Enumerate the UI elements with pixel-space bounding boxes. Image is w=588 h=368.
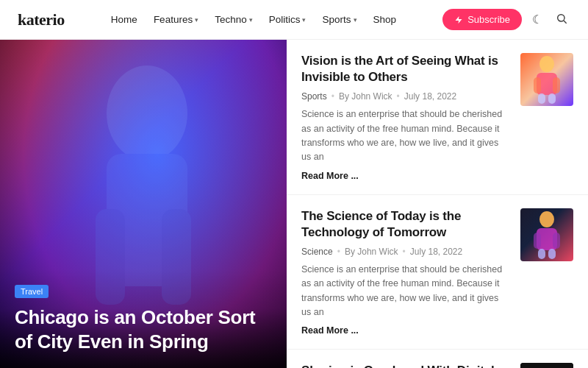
thumb-image-3 (520, 363, 573, 368)
article-thumbnail (520, 363, 573, 368)
article-title[interactable]: The Science of Today is the Technology o… (301, 208, 509, 241)
dark-mode-button[interactable]: ☾ (529, 10, 545, 29)
article-thumbnail (520, 208, 573, 261)
dot-separator: • (397, 91, 400, 102)
lightning-icon (454, 15, 463, 24)
article-category[interactable]: Science (301, 247, 333, 257)
read-more-link[interactable]: Read More ... (301, 171, 509, 181)
article-excerpt: Science is an enterprise that should be … (301, 263, 509, 320)
article-author: By John Wick (345, 247, 398, 257)
article-item: Sharing is Good, and With Digital Techno… (287, 350, 588, 368)
main-content: Travel Chicago is an October Sort of Cit… (0, 40, 588, 368)
svg-rect-8 (534, 77, 541, 93)
svg-rect-10 (538, 93, 545, 104)
dot-separator: • (331, 91, 334, 102)
chevron-down-icon: ▾ (195, 16, 198, 24)
logo[interactable]: katerio (18, 10, 65, 29)
thumb-figure-icon (525, 210, 569, 259)
chevron-down-icon: ▾ (354, 16, 357, 24)
article-content: Vision is the Art of Seeing What is Invi… (301, 53, 509, 181)
nav-actions: Subscribe ☾ (442, 9, 570, 30)
chevron-down-icon: ▾ (249, 16, 253, 24)
nav-techno[interactable]: Techno▾ (209, 11, 259, 28)
article-thumbnail (520, 53, 573, 106)
svg-rect-15 (553, 233, 560, 249)
hero-title: Chicago is an October Sort of City Even … (15, 305, 272, 353)
nav-sports[interactable]: Sports▾ (316, 11, 362, 28)
dot-separator: • (403, 247, 406, 257)
article-excerpt: Science is an enterprise that should be … (301, 107, 509, 165)
svg-point-12 (539, 211, 554, 227)
svg-rect-9 (553, 77, 560, 93)
subscribe-button[interactable]: Subscribe (442, 9, 522, 30)
article-date: July 18, 2022 (404, 91, 456, 102)
thumb-figure-icon (525, 55, 569, 104)
nav-features[interactable]: Features▾ (148, 11, 204, 28)
read-more-link[interactable]: Read More ... (301, 325, 509, 336)
article-title[interactable]: Sharing is Good, and With Digital Techno… (301, 363, 509, 368)
thumb-image-1 (520, 53, 573, 106)
svg-point-6 (539, 56, 554, 72)
nav-links: Home Features▾ Techno▾ Politics▾ Sports▾… (105, 11, 402, 28)
svg-rect-18 (520, 363, 573, 368)
thumb-image-2 (520, 208, 573, 261)
article-item: The Science of Today is the Technology o… (287, 195, 588, 350)
svg-rect-11 (548, 93, 556, 104)
dot-separator: • (337, 247, 340, 257)
svg-line-1 (564, 21, 567, 24)
article-meta: Sports • By John Wick • July 18, 2022 (301, 91, 509, 102)
article-title[interactable]: Vision is the Art of Seeing What is Invi… (301, 53, 509, 85)
hero-section[interactable]: Travel Chicago is an October Sort of Cit… (0, 40, 287, 368)
search-icon (556, 13, 567, 24)
svg-rect-16 (538, 249, 545, 259)
article-date: July 18, 2022 (410, 247, 462, 257)
hero-overlay: Travel Chicago is an October Sort of Cit… (0, 269, 287, 368)
car-icon (520, 363, 573, 368)
chevron-down-icon: ▾ (302, 16, 306, 24)
article-meta: Science • By John Wick • July 18, 2022 (301, 247, 509, 257)
article-content: Sharing is Good, and With Digital Techno… (301, 363, 509, 368)
hero-tag: Travel (15, 285, 49, 298)
article-author: By John Wick (339, 91, 392, 102)
svg-rect-17 (548, 249, 556, 259)
article-content: The Science of Today is the Technology o… (301, 208, 509, 336)
nav-home[interactable]: Home (105, 11, 143, 28)
navigation: katerio Home Features▾ Techno▾ Politics▾… (0, 0, 588, 40)
search-button[interactable] (553, 10, 570, 30)
svg-rect-14 (534, 233, 541, 249)
articles-list: Vision is the Art of Seeing What is Invi… (287, 40, 588, 368)
svg-point-0 (558, 14, 564, 21)
nav-politics[interactable]: Politics▾ (263, 11, 312, 28)
article-category[interactable]: Sports (301, 91, 327, 102)
article-item: Vision is the Art of Seeing What is Invi… (287, 40, 588, 195)
svg-point-2 (107, 66, 187, 161)
nav-shop[interactable]: Shop (368, 11, 403, 28)
